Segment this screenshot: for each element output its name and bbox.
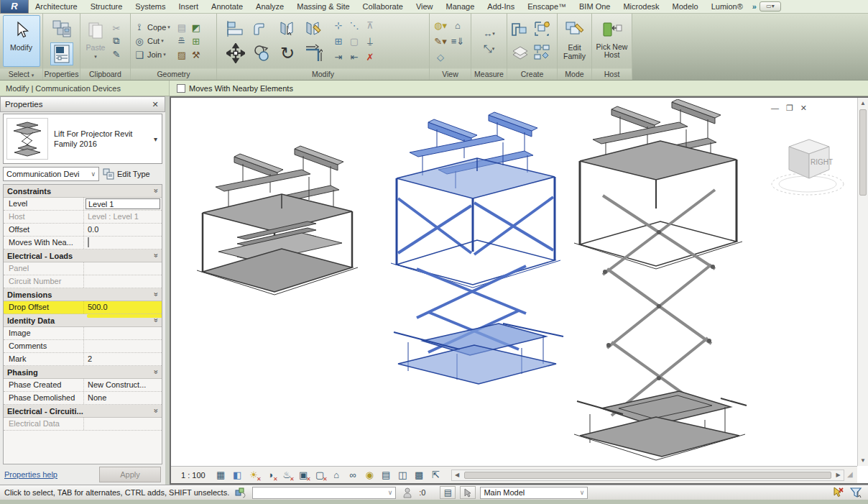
tab-overflow-icon[interactable]: » (752, 2, 755, 11)
thin-lines-icon[interactable]: ≡⇓ (451, 35, 464, 47)
unpin-icon[interactable]: ⊼ (364, 19, 377, 32)
trim-extend-single-icon[interactable]: ⇥ (332, 51, 345, 63)
property-row-offset[interactable]: Offset 0.0 (4, 224, 162, 237)
viewcube[interactable]: RIGHT (767, 129, 848, 203)
sun-path-icon[interactable]: ☀ (246, 468, 262, 482)
render-in-cloud-icon[interactable]: ⌂ (451, 19, 464, 32)
pin-icon[interactable]: ⍊ (364, 35, 377, 47)
app-logo-revit[interactable]: R (0, 0, 29, 14)
mirror-draw-axis-icon[interactable] (304, 19, 323, 38)
property-row-moves-with-nearby[interactable]: Moves With Nea... (4, 237, 162, 249)
resize-grip[interactable]: ◢ (847, 470, 857, 480)
mode-panel-label[interactable]: Mode (558, 68, 591, 80)
cut-to-clipboard-icon[interactable]: ✂ (110, 22, 123, 35)
trim-extend-corner-icon[interactable] (304, 44, 323, 63)
copy-icon[interactable] (252, 44, 271, 63)
measure-between-refs-icon[interactable]: ↔ ▾ (477, 27, 502, 40)
copy-to-clipboard-icon[interactable]: ⧉ (110, 35, 123, 47)
moves-with-nearby-checkbox[interactable] (177, 84, 185, 93)
apply-button[interactable]: Apply (99, 467, 161, 482)
tab-systems[interactable]: Systems (129, 1, 172, 13)
tab-view[interactable]: View (410, 1, 440, 13)
type-selector-dropdown-icon[interactable]: ▾ (154, 135, 159, 143)
reveal-hidden-elements-icon[interactable]: ◉ (361, 468, 378, 482)
lift-model-extended[interactable] (571, 99, 749, 464)
worksharing-display-icon[interactable]: ▩ (411, 468, 428, 482)
cut-button[interactable]: ◎Cut▾ (133, 35, 170, 48)
shadows-icon[interactable]: ◑ (262, 468, 279, 482)
active-option-only-icon[interactable] (460, 486, 476, 499)
cope-button[interactable]: ⟟Cope▾ (133, 21, 170, 35)
split-element-icon[interactable]: ⊹ (332, 19, 345, 32)
clipboard-panel-label[interactable]: Clipboard (80, 68, 130, 80)
editing-requests-icon[interactable] (400, 486, 415, 499)
editing-requests-count[interactable]: :0 (419, 488, 425, 497)
view-window-restore-icon[interactable]: ❐ (786, 104, 793, 113)
properties-palette-header[interactable]: Properties ✕ (0, 96, 165, 112)
view-window-minimize-icon[interactable]: — (771, 104, 779, 113)
group-electrical-circuiting[interactable]: Electrical - Circuiti...« (4, 405, 162, 418)
tab-lumion[interactable]: Lumion® (705, 1, 749, 13)
crop-view-icon[interactable]: ▣ (295, 468, 312, 482)
unjoin-geometry-icon[interactable]: ◩ (190, 22, 203, 34)
property-row-level[interactable]: Level Level 1 (4, 198, 162, 211)
tab-analyze[interactable]: Analyze (249, 1, 290, 13)
group-phasing[interactable]: Phasing« (4, 366, 162, 379)
design-option-dropdown[interactable]: Main Model ∨ (480, 487, 588, 499)
drawing-area[interactable]: RIGHT — ❐ ✕ ▲ ▼ 1 : 100 ▦ ◧ ☀ ◑ ♨ ▣ ▢ ⌂ … (170, 96, 868, 485)
view-panel-label[interactable]: View (430, 68, 471, 80)
property-row-drop-offset[interactable]: Drop Offset 500.0 (4, 301, 162, 314)
property-row-image[interactable]: Image (4, 327, 162, 340)
modify-panel-label[interactable]: Modify (217, 68, 429, 80)
linework-icon[interactable] (451, 51, 464, 63)
rotate-icon[interactable]: ↻ (278, 44, 297, 63)
scroll-left-icon[interactable]: ◀ (452, 472, 463, 478)
detail-level-icon[interactable]: ▦ (213, 468, 229, 482)
crop-region-icon[interactable]: ▢ (312, 468, 328, 482)
close-icon[interactable]: ✕ (150, 100, 160, 109)
delete-icon[interactable]: ✗ (364, 51, 377, 63)
match-type-icon[interactable]: ✎ (110, 48, 123, 60)
move-icon[interactable] (226, 44, 245, 63)
scroll-down-icon[interactable]: ▼ (858, 455, 868, 466)
tab-manage[interactable]: Manage (440, 1, 481, 13)
ribbon-state-toggle[interactable]: ▭▾ (760, 1, 781, 12)
group-electrical-loads[interactable]: Electrical - Loads« (4, 249, 162, 262)
lift-model-selected[interactable] (388, 111, 566, 387)
geometry-panel-label[interactable]: Geometry (131, 68, 216, 80)
group-constraints[interactable]: Constraints« (4, 185, 162, 198)
create-group-icon[interactable] (532, 20, 551, 39)
moves-with-nearby-property-checkbox[interactable] (88, 237, 89, 247)
demolish-hammer-icon[interactable]: ⚒ (190, 49, 203, 61)
properties-palette-button[interactable] (50, 42, 73, 65)
tab-collaborate[interactable]: Collaborate (356, 1, 410, 13)
array-icon[interactable]: ⊞ (332, 35, 345, 47)
unlocked-view-icon[interactable]: ⌂ (328, 468, 345, 482)
horizontal-scrollbar[interactable]: ◀ ▶ (451, 469, 844, 481)
mark-value-field[interactable]: 2 (84, 353, 162, 365)
join-button[interactable]: ❑Join▾ (133, 48, 170, 62)
select-panel-label[interactable]: Select ▾ (0, 68, 42, 80)
worksets-icon[interactable] (234, 486, 248, 499)
visual-style-icon[interactable]: ◧ (229, 468, 246, 482)
tab-massing-site[interactable]: Massing & Site (290, 1, 356, 13)
vertical-scrollbar[interactable]: ▲ ▼ (857, 98, 868, 466)
scroll-up-icon[interactable]: ▲ (858, 98, 868, 109)
temporary-view-properties-icon[interactable]: ▤ (378, 468, 394, 482)
property-row-phase-created[interactable]: Phase Created New Construct... (4, 379, 162, 392)
create-assembly-icon[interactable] (511, 43, 530, 62)
properties-help-link[interactable]: Properties help (4, 470, 57, 479)
lift-model-collapsed[interactable] (193, 142, 364, 296)
temporary-hide-isolate-icon[interactable]: ∞ (345, 468, 361, 482)
properties-panel-label[interactable]: Properties (43, 68, 80, 80)
viewcube-face-label[interactable]: RIGHT (811, 158, 833, 166)
family-types-button[interactable] (50, 17, 73, 40)
wall-joins-icon[interactable]: ≞ (175, 35, 188, 47)
scale-icon[interactable]: ▢ (348, 35, 361, 47)
property-row-comments[interactable]: Comments (4, 340, 162, 353)
trim-extend-multiple-icon[interactable]: ⇤ (348, 51, 361, 63)
selection-filter-icon[interactable] (849, 486, 864, 499)
tab-modelo[interactable]: Modelo (666, 1, 705, 13)
active-workset-dropdown[interactable]: ∨ (252, 487, 396, 499)
property-row-phase-demolished[interactable]: Phase Demolished None (4, 392, 162, 405)
